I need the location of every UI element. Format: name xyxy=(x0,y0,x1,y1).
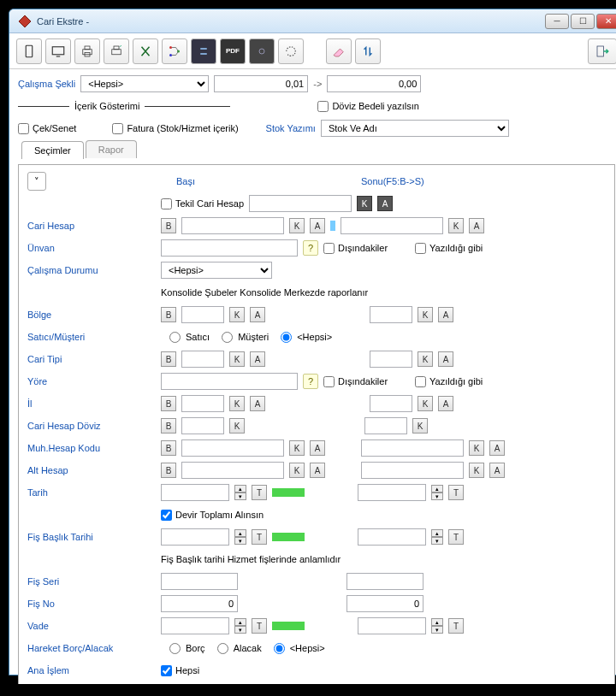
fis-no-to-input[interactable] xyxy=(346,595,424,612)
tab-rapor[interactable]: Rapor xyxy=(86,140,137,158)
k-button[interactable]: K xyxy=(469,463,484,478)
disindakiler-checkbox[interactable]: Dışındakiler xyxy=(323,243,388,254)
hepsi-checkbox[interactable]: Hepsi xyxy=(161,665,199,676)
b-button[interactable]: B xyxy=(161,440,176,456)
cari-tipi-to-input[interactable] xyxy=(370,351,412,368)
fatura-checkbox[interactable]: Fatura (Stok/Hizmet içerik) xyxy=(112,123,238,134)
vade-to-input[interactable] xyxy=(358,617,426,634)
il-to-input[interactable] xyxy=(370,395,412,412)
bolge-to-input[interactable] xyxy=(370,306,412,323)
a-button[interactable]: A xyxy=(250,351,265,367)
k-button[interactable]: K xyxy=(418,307,433,322)
help-icon[interactable]: ? xyxy=(303,374,318,389)
a-button[interactable]: A xyxy=(310,218,325,233)
fis-no-from-input[interactable] xyxy=(161,595,238,612)
a-button[interactable]: A xyxy=(489,463,505,478)
toolbar-link-icon[interactable] xyxy=(249,38,275,64)
fbt-to-input[interactable] xyxy=(358,528,426,546)
t-button[interactable]: T xyxy=(252,618,267,634)
b-button[interactable]: B xyxy=(161,307,176,322)
spin-icon[interactable]: ▴▾ xyxy=(234,529,246,545)
yore-input[interactable] xyxy=(161,373,298,390)
radio-hepsi[interactable] xyxy=(281,332,292,343)
a-button[interactable]: A xyxy=(469,218,484,233)
spin-icon[interactable]: ▴▾ xyxy=(431,485,443,500)
k-button[interactable]: K xyxy=(229,307,245,322)
k-button[interactable]: K xyxy=(448,218,464,233)
minimize-button[interactable]: ─ xyxy=(545,14,569,29)
unvan-input[interactable] xyxy=(161,239,298,257)
toolbar-printer2-icon[interactable] xyxy=(104,38,129,64)
maximize-button[interactable]: ☐ xyxy=(571,14,595,29)
toolbar-updown-icon[interactable] xyxy=(355,38,381,64)
radio-satici[interactable] xyxy=(169,332,181,343)
t-button[interactable]: T xyxy=(448,529,464,545)
a-button[interactable]: A xyxy=(438,396,453,411)
stok-yazimi-select[interactable]: Stok Ve Adı xyxy=(321,120,509,137)
k-button[interactable]: K xyxy=(418,396,433,411)
b-button[interactable]: B xyxy=(161,396,176,411)
fis-seri-from-input[interactable] xyxy=(161,573,238,590)
radio-musteri[interactable] xyxy=(222,332,233,343)
alt-to-input[interactable] xyxy=(361,462,464,479)
spin-icon[interactable]: ▴▾ xyxy=(234,618,246,634)
bolge-from-input[interactable] xyxy=(181,306,224,323)
a-button[interactable]: A xyxy=(310,440,325,456)
k-button[interactable]: K xyxy=(229,418,245,434)
tarih-from-input[interactable] xyxy=(161,484,229,501)
t-button[interactable]: T xyxy=(448,618,464,634)
chd-from-input[interactable] xyxy=(181,417,224,434)
devir-toplami-checkbox[interactable]: Devir Toplamı Alınsın xyxy=(161,510,264,521)
toolbar-swap-icon[interactable] xyxy=(191,38,216,64)
b-button[interactable]: B xyxy=(161,218,176,233)
radio-alacak[interactable] xyxy=(217,643,228,654)
a-button[interactable]: A xyxy=(489,440,505,456)
resize-grip-icon[interactable]: • • • • xyxy=(27,683,606,684)
calisma-sekli-select[interactable]: <Hepsi> xyxy=(80,75,209,92)
calisma-durumu-select[interactable]: <Hepsi> xyxy=(161,262,272,279)
toolbar-tree-icon[interactable] xyxy=(162,38,187,64)
help-icon[interactable]: ? xyxy=(303,240,318,256)
k-button-dark[interactable]: K xyxy=(357,196,372,211)
k-button[interactable]: K xyxy=(289,440,305,456)
chd-to-input[interactable] xyxy=(364,417,407,434)
fbt-from-input[interactable] xyxy=(161,528,229,546)
il-from-input[interactable] xyxy=(181,395,224,412)
toolbar-monitor-icon[interactable] xyxy=(45,38,71,64)
a-button[interactable]: A xyxy=(438,351,453,367)
yazildigi-gibi-checkbox[interactable]: Yazıldığı gibi xyxy=(415,243,483,254)
k-button[interactable]: K xyxy=(412,418,428,434)
cari-tipi-from-input[interactable] xyxy=(181,351,224,368)
t-button[interactable]: T xyxy=(252,529,267,545)
doviz-bedeli-checkbox[interactable]: Döviz Bedeli yazılsın xyxy=(317,101,419,112)
k-button[interactable]: K xyxy=(229,351,245,367)
muh-to-input[interactable] xyxy=(361,439,464,457)
k-button[interactable]: K xyxy=(469,440,484,456)
a-button[interactable]: A xyxy=(438,307,453,322)
t-button[interactable]: T xyxy=(448,485,464,500)
k-button[interactable]: K xyxy=(418,351,433,367)
radio-borc[interactable] xyxy=(169,643,181,654)
cari-hesap-from-input[interactable] xyxy=(181,217,284,234)
toolbar-portrait-icon[interactable] xyxy=(16,38,42,64)
a-button[interactable]: A xyxy=(250,307,265,322)
tekil-cari-checkbox[interactable]: Tekil Cari Hesap xyxy=(161,198,244,209)
collapse-button[interactable]: ˅ xyxy=(27,172,46,191)
k-button[interactable]: K xyxy=(289,218,305,233)
disindakiler-checkbox2[interactable]: Dışındakiler xyxy=(323,376,388,387)
cek-senet-checkbox[interactable]: Çek/Senet xyxy=(18,123,76,134)
a-button[interactable]: A xyxy=(310,463,325,478)
a-button-dark[interactable]: A xyxy=(377,196,393,211)
spin-icon[interactable]: ▴▾ xyxy=(431,618,443,634)
toolbar-pdf-icon[interactable]: PDF xyxy=(220,38,246,64)
cari-hesap-to-input[interactable] xyxy=(341,217,443,234)
alt-from-input[interactable] xyxy=(181,462,284,479)
vade-from-input[interactable] xyxy=(161,617,229,634)
toolbar-eraser-icon[interactable] xyxy=(326,38,352,64)
b-button[interactable]: B xyxy=(161,418,176,434)
k-button[interactable]: K xyxy=(229,396,245,411)
muh-from-input[interactable] xyxy=(181,439,284,457)
tarih-to-input[interactable] xyxy=(358,484,426,501)
radio-hepsi2[interactable] xyxy=(274,643,285,654)
yazildigi-gibi-checkbox2[interactable]: Yazıldığı gibi xyxy=(415,376,483,387)
